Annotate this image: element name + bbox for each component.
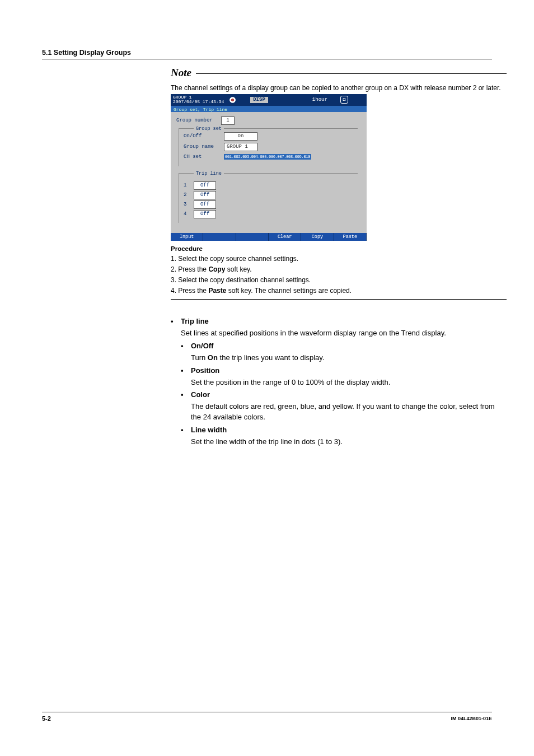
doc-code: IM 04L42B01-01E [451, 715, 492, 724]
onoff-label: On/Off [184, 133, 224, 140]
trip-row-4: 4 Off [184, 210, 353, 218]
procedure-head: Procedure [171, 244, 507, 254]
position-body: Set the position in the range of 0 to 10… [191, 377, 507, 388]
trip-row-2: 2 Off [184, 191, 353, 199]
tripline-title: Trip line [181, 316, 209, 327]
onoff-head: • On/Off [181, 341, 507, 352]
stop-icon: ◘ [340, 96, 348, 104]
color-body: The default colors are red, green, blue,… [191, 402, 507, 423]
trip-val: Off [194, 191, 216, 199]
color-head: • Color [181, 390, 507, 400]
trip-num: 2 [184, 192, 188, 199]
bullet-icon: • [171, 316, 176, 327]
page-footer: 5-2 IM 04L42B01-01E [42, 712, 492, 724]
note-label: Note [171, 65, 191, 81]
tripline-section: • Trip line Set lines at specified posit… [171, 316, 507, 447]
header-section: 5.1 Setting Display Groups [42, 48, 492, 58]
softkey-copy: Copy [301, 233, 334, 241]
position-head: • Position [181, 366, 507, 376]
trip-val: Off [194, 210, 216, 218]
device-topbar: GROUP 1 2007/04/05 17:43:34 DISP 1hour ◘ [171, 94, 367, 106]
onoff-body: Turn On the trip lines you want to displ… [191, 353, 507, 363]
procedure-line-4: 4. Press the Paste soft key. The channel… [171, 286, 507, 296]
procedure-line-1: 1. Select the copy source channel settin… [171, 254, 507, 264]
text: soft key. The channel settings are copie… [226, 287, 352, 295]
on-bold: On [208, 353, 218, 362]
content-column: Note The channel settings of a display g… [171, 65, 507, 447]
text: soft key. [225, 265, 251, 273]
note-text: The channel settings of a display group … [171, 83, 507, 93]
ch-set-field: 001.002.003.004.005.006.007.008.009.010 [224, 154, 311, 160]
softkey-clear: Clear [269, 233, 301, 241]
text: 4. Press the [171, 287, 208, 295]
header-rule [42, 59, 492, 59]
trip-line-fieldset: Trip line 1 Off 2 Off 3 Off [179, 173, 358, 223]
procedure-end-rule [171, 299, 507, 300]
trip-val: Off [194, 200, 216, 209]
linewidth-body: Set the line width of the trip line in d… [191, 437, 507, 447]
device-subbar: Group set, Trip line [171, 106, 367, 112]
wheel-icon [229, 97, 236, 103]
trip-row-3: 3 Off [184, 200, 353, 209]
trip-row-1: 1 Off [184, 181, 353, 190]
bullet-icon: • [181, 390, 186, 400]
group-set-fieldset: Group set On/Off On Group name GROUP 1 C… [179, 128, 358, 166]
softkey-input: Input [171, 233, 203, 241]
page-number: 5-2 [42, 715, 51, 724]
note-row: Note [171, 65, 507, 81]
group-set-legend: Group set [194, 125, 224, 132]
tripline-head: • Trip line [171, 316, 507, 327]
disp-badge: DISP [250, 97, 268, 103]
ch-set-label: CH set [184, 153, 224, 161]
procedure-block: Procedure 1. Select the copy source chan… [171, 244, 507, 300]
linewidth-title: Line width [191, 425, 227, 436]
copy-key-label: Copy [208, 265, 225, 273]
trip-num: 3 [184, 201, 188, 208]
group-name-label: Group name [184, 143, 224, 151]
softkey-paste: Paste [334, 233, 367, 241]
text: the trip lines you want to display. [218, 353, 325, 362]
softkey-blank: . [203, 233, 236, 241]
paste-key-label: Paste [208, 287, 226, 295]
trip-val: Off [194, 181, 216, 190]
bullet-icon: • [181, 425, 186, 436]
group-number-label: Group number [176, 117, 221, 124]
trip-num: 4 [184, 211, 188, 218]
bullet-icon: • [181, 366, 186, 376]
position-title: Position [191, 366, 219, 376]
procedure-line-3: 3. Select the copy destination channel s… [171, 276, 507, 285]
text: 2. Press the [171, 265, 208, 273]
onoff-field: On [224, 132, 257, 141]
color-title: Color [191, 390, 210, 400]
onoff-title: On/Off [191, 341, 213, 352]
device-footer: Input . . Clear Copy Paste [171, 233, 367, 241]
device-datetime: 2007/04/05 17:43:34 [173, 100, 224, 104]
procedure-line-2: 2. Press the Copy soft key. [171, 265, 507, 274]
group-name-field: GROUP 1 [224, 143, 257, 151]
text: Turn [191, 353, 208, 362]
group-number-field: 1 [221, 116, 235, 125]
linewidth-head: • Line width [181, 425, 507, 436]
tripline-intro: Set lines at specified positions in the … [181, 328, 507, 339]
softkey-blank: . [236, 233, 269, 241]
bullet-icon: • [181, 341, 186, 352]
note-rule [196, 73, 507, 74]
device-screenshot: GROUP 1 2007/04/05 17:43:34 DISP 1hour ◘… [171, 94, 367, 241]
duration-badge: 1hour [310, 97, 330, 103]
trip-line-legend: Trip line [194, 170, 224, 177]
device-body: Group number 1 Group set On/Off On Group… [171, 112, 367, 227]
trip-num: 1 [184, 182, 188, 189]
